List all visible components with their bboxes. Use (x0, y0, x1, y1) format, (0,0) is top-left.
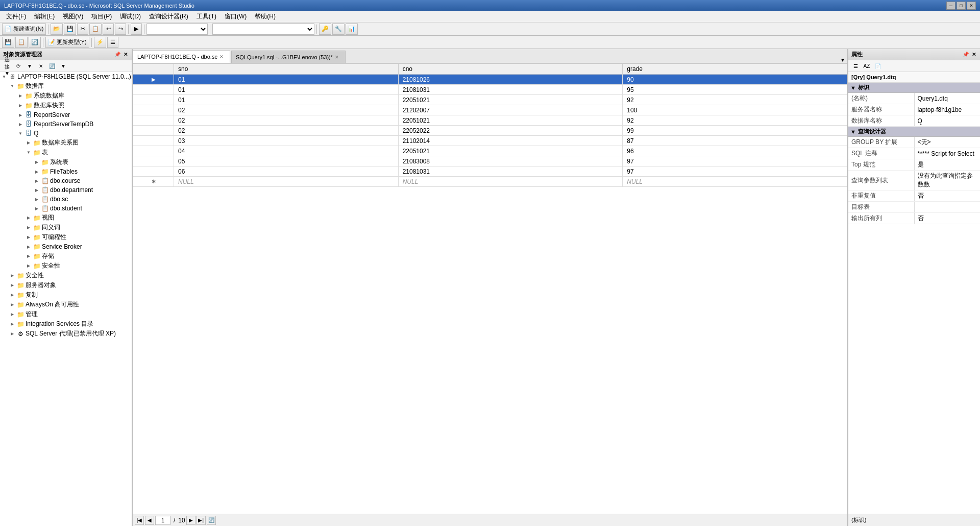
tree-expand-icon[interactable]: ▶ (24, 262, 33, 270)
props-section-qd[interactable]: ▼ 查询设计器 (848, 127, 980, 137)
tree-expand-icon[interactable]: ▼ (24, 149, 33, 157)
tree-expand-icon[interactable]: ▼ (8, 82, 16, 90)
toolbar-btn-6[interactable]: ↪ (115, 23, 126, 35)
cell-sno[interactable]: 03 (174, 136, 399, 146)
cell-sno[interactable]: 01 (174, 95, 399, 105)
toolbar2-btn-5[interactable]: ⚡ (94, 37, 106, 48)
tree-expand-icon[interactable]: ▶ (24, 233, 33, 242)
panel-close-btn[interactable]: ✕ (122, 52, 129, 57)
tree-expand-icon[interactable]: ▶ (33, 195, 41, 203)
toolbar-btn-extra3[interactable]: 📊 (346, 23, 358, 35)
menu-tools[interactable]: 工具(T) (192, 11, 220, 22)
tree-item[interactable]: ▶📁数据库快照 (0, 101, 132, 110)
stop-btn[interactable]: ✕ (36, 61, 46, 70)
tree-expand-icon[interactable]: ▶ (33, 186, 41, 194)
tree-expand-icon[interactable]: ▶ (33, 204, 41, 212)
tree-expand-icon[interactable]: ▶ (33, 168, 41, 176)
table-row[interactable]: 05 21083008 97 (133, 156, 847, 166)
cell-cno[interactable]: 21083008 (398, 156, 623, 166)
connect-btn[interactable]: 连接▼ (2, 61, 12, 70)
toolbar-btn-1[interactable]: 📂 (51, 23, 63, 35)
tree-item[interactable]: ▶📁安全性 (0, 271, 132, 280)
cell-cno[interactable]: 21202007 (398, 105, 623, 115)
table-row[interactable]: 02 22051021 92 (133, 115, 847, 126)
props-sort-cat-btn[interactable]: ☰ (850, 61, 861, 70)
cell-sno[interactable]: 04 (174, 146, 399, 156)
tree-item[interactable]: ▶📁复制 (0, 290, 132, 300)
tree-item[interactable]: ▼📁数据库 (0, 81, 132, 91)
props-section-identity[interactable]: ▼ 标识 (848, 83, 980, 93)
table-row[interactable]: 03 21102014 87 (133, 136, 847, 146)
tree-item[interactable]: ▶🗄ReportServerTempDB (0, 119, 132, 129)
tree-item[interactable]: ▶📋dbo.sc (0, 195, 132, 204)
cell-grade[interactable]: 90 (623, 75, 847, 85)
database-dropdown[interactable] (146, 23, 208, 35)
cell-cno[interactable]: 22052022 (398, 126, 623, 136)
tree-item[interactable]: ▶📁视图 (0, 213, 132, 223)
tree-expand-icon[interactable]: ▶ (8, 281, 16, 290)
tree-item[interactable]: ▼🗄Q (0, 129, 132, 138)
cell-cno[interactable]: 21081031 (398, 85, 623, 95)
cell-cno[interactable]: 21081031 (398, 166, 623, 177)
refresh-btn[interactable]: ⟳ (13, 61, 23, 70)
tab-sqlquery-close[interactable]: ✕ (335, 55, 339, 60)
cell-grade[interactable]: 92 (623, 95, 847, 105)
cell-sno[interactable]: 01 (174, 85, 399, 95)
tree-item[interactable]: ▶📋dbo.course (0, 176, 132, 185)
menu-query-designer[interactable]: 查询设计器(R) (145, 11, 192, 22)
cell-grade[interactable]: 95 (623, 85, 847, 95)
maximize-button[interactable]: □ (957, 2, 966, 10)
tree-item[interactable]: ▼📁表 (0, 148, 132, 157)
cell-cno[interactable]: 22051021 (398, 95, 623, 105)
col-grade[interactable]: grade (623, 64, 847, 75)
toolbar-btn-4[interactable]: 📋 (89, 23, 102, 35)
cell-sno[interactable]: 02 (174, 126, 399, 136)
table-row[interactable]: 02 21202007 100 (133, 105, 847, 115)
menu-debug[interactable]: 调试(D) (116, 11, 145, 22)
menu-help[interactable]: 帮助(H) (251, 11, 280, 22)
tree-item[interactable]: ▶📁Service Broker (0, 242, 132, 251)
cell-cno[interactable]: 21102014 (398, 136, 623, 146)
tree-expand-icon[interactable]: ▶ (33, 177, 41, 185)
cell-grade[interactable]: 97 (623, 166, 847, 177)
tab-dbo-sc-close[interactable]: ✕ (219, 54, 224, 59)
cell-cno[interactable]: NULL (398, 177, 623, 187)
tree-item[interactable]: ▶📁存储 (0, 251, 132, 261)
cell-grade[interactable]: 96 (623, 146, 847, 156)
tree-expand-icon[interactable]: ▶ (16, 102, 24, 110)
toolbar-btn-extra2[interactable]: 🔧 (332, 23, 345, 35)
sync-btn[interactable]: 🔄 (47, 61, 57, 70)
page-number-input[interactable] (155, 516, 170, 525)
tree-expand-icon[interactable]: ▶ (24, 252, 33, 260)
table-row[interactable]: 01 22051021 92 (133, 95, 847, 105)
menu-window[interactable]: 窗口(W) (220, 11, 251, 22)
nav-prev-btn[interactable]: ◀ (145, 516, 154, 525)
close-button[interactable]: ✕ (967, 2, 976, 10)
nav-last-btn[interactable]: ▶| (197, 516, 206, 525)
tree-expand-icon[interactable]: ▶ (16, 111, 24, 119)
tree-expand-icon[interactable]: ▼ (16, 129, 24, 137)
props-sort-alpha-btn[interactable]: AZ (862, 61, 872, 70)
tree-expand-icon[interactable]: ▶ (24, 243, 33, 251)
tree-item[interactable]: ▶📁系统表 (0, 157, 132, 167)
tree-expand-icon[interactable]: ▶ (16, 92, 24, 100)
cell-sno[interactable]: NULL (174, 177, 399, 187)
cell-grade[interactable]: 100 (623, 105, 847, 115)
tab-overflow-btn[interactable]: ▼ (838, 57, 847, 63)
tree-expand-icon[interactable]: ▶ (8, 320, 16, 328)
cell-cno[interactable]: 22051021 (398, 115, 623, 126)
toolbar-btn-5[interactable]: ↩ (103, 23, 114, 35)
tab-sqlquery[interactable]: SQLQuery1.sql -...G1BE\Lenovo (53))* ✕ (231, 51, 346, 63)
filter-btn[interactable]: ▼ (24, 61, 35, 70)
table-row[interactable]: 01 21081031 95 (133, 85, 847, 95)
toolbar2-btn-4[interactable]: 📝 更新类型(Y) (45, 37, 89, 48)
tree-item[interactable]: ▶📋dbo.department (0, 185, 132, 195)
col-cno[interactable]: cno (398, 64, 623, 75)
cell-sno[interactable]: 02 (174, 105, 399, 115)
table-row[interactable]: ✱ NULL NULL NULL (133, 177, 847, 187)
tree-expand-icon[interactable]: ▶ (8, 301, 16, 309)
props-pin-btn[interactable]: 📌 (962, 52, 970, 57)
toolbar2-btn-1[interactable]: 💾 (2, 37, 14, 48)
new-query-btn[interactable]: 📄 新建查询(N) (2, 23, 46, 35)
data-grid-area[interactable]: sno cno grade ▶ 01 21081026 90 01 210810… (133, 63, 847, 514)
